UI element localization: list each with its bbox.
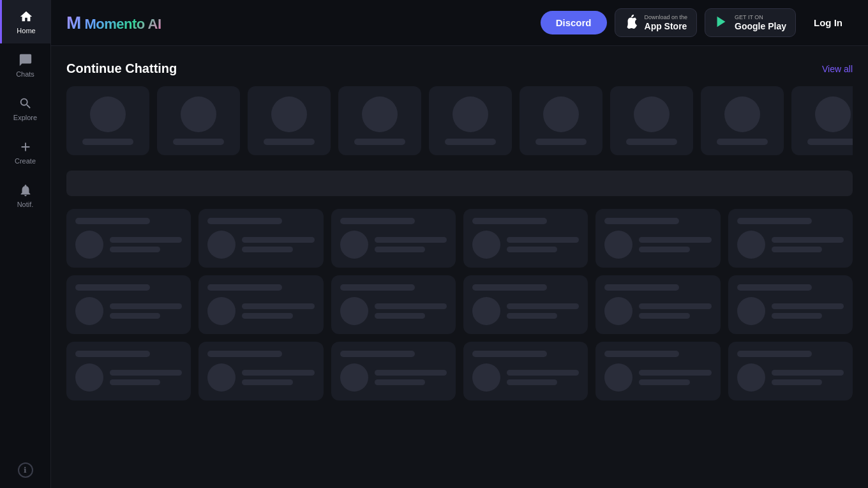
skeleton-line [110, 247, 160, 252]
grid-card-bottom [207, 297, 314, 325]
grid-card-14[interactable] [198, 342, 323, 400]
skeleton-line [639, 313, 689, 319]
skeleton-line [110, 370, 182, 376]
text-lines [507, 303, 579, 319]
avatar [604, 297, 632, 325]
chat-card-7[interactable] [610, 86, 693, 155]
svg-marker-0 [717, 16, 726, 27]
sidebar-item-notif[interactable]: Notif. [0, 174, 50, 217]
chat-card-9[interactable] [791, 86, 853, 155]
avatar [737, 297, 765, 325]
chat-card-4[interactable] [338, 86, 421, 155]
section-title: Continue Chatting [66, 61, 177, 76]
googleplay-large-text: Google Play [735, 21, 786, 32]
skeleton-line [375, 379, 425, 385]
grid-card-12[interactable] [728, 275, 853, 334]
skeleton-top-bar [737, 284, 812, 291]
grid-card-15[interactable] [331, 342, 456, 400]
text-lines [772, 237, 844, 252]
text-lines [375, 237, 447, 252]
skeleton-line [772, 370, 844, 376]
avatar [472, 297, 500, 325]
skeleton-top-bar [604, 284, 679, 291]
sidebar-item-create[interactable]: Create [0, 130, 50, 174]
avatar [604, 363, 632, 392]
skeleton-name [173, 139, 224, 145]
appstore-small-text: Download on the [645, 14, 688, 21]
chat-card-5[interactable] [429, 86, 512, 155]
grid-card-13[interactable] [66, 342, 191, 400]
text-lines [375, 303, 447, 319]
content-area: Continue Chatting View all [51, 46, 868, 488]
skeleton-line [772, 303, 844, 309]
grid-card-bottom [472, 363, 579, 392]
grid-card-bottom [604, 231, 711, 259]
sidebar-item-home[interactable]: Home [0, 0, 50, 43]
skeleton-line [110, 237, 182, 243]
grid-card-3[interactable] [331, 209, 456, 268]
grid-card-1[interactable] [66, 209, 191, 268]
grid-card-18[interactable] [728, 342, 853, 400]
continue-chatting-scroll [66, 86, 853, 155]
grid-card-5[interactable] [595, 209, 720, 268]
text-lines [110, 303, 182, 319]
view-all-link[interactable]: View all [822, 64, 853, 74]
main-content: M Momento AI Discord Download on the App… [51, 0, 868, 488]
skeleton-line [242, 237, 314, 243]
skeleton-line [639, 303, 711, 309]
avatar [207, 231, 236, 259]
grid-card-bottom [604, 363, 711, 392]
grid-card-11[interactable] [595, 275, 720, 334]
login-button[interactable]: Log In [804, 12, 853, 33]
grid-card-17[interactable] [595, 342, 720, 400]
grid-card-9[interactable] [331, 275, 456, 334]
avatar [737, 363, 765, 392]
grid-card-8[interactable] [198, 275, 323, 334]
skeleton-name [82, 139, 133, 145]
grid-card-4[interactable] [463, 209, 588, 268]
grid-card-2[interactable] [198, 209, 323, 268]
skeleton-top-bar [604, 351, 679, 357]
info-icon[interactable]: ℹ [18, 462, 33, 478]
chat-card-3[interactable] [248, 86, 331, 155]
discord-button[interactable]: Discord [541, 11, 607, 34]
avatar [207, 297, 236, 325]
skeleton-line [110, 303, 182, 309]
grid-card-bottom [340, 231, 447, 259]
grid-card-6[interactable] [728, 209, 853, 268]
header-right: Discord Download on the App Store GET IT… [541, 8, 853, 38]
skeleton-name [445, 139, 496, 145]
grid-card-7[interactable] [66, 275, 191, 334]
chat-card-1[interactable] [66, 86, 149, 155]
sidebar-item-chats[interactable]: Chats [0, 43, 50, 87]
appstore-large-text: App Store [645, 21, 688, 32]
appstore-texts: Download on the App Store [645, 14, 688, 32]
skeleton-line [639, 237, 711, 243]
skeleton-line [242, 313, 292, 319]
grid-row-2 [66, 275, 853, 334]
skeleton-line [772, 237, 844, 243]
grid-card-bottom [75, 363, 182, 392]
googleplay-button[interactable]: GET IT ON Google Play [705, 8, 796, 38]
appstore-button[interactable]: Download on the App Store [615, 8, 698, 38]
grid-card-bottom [737, 363, 844, 392]
skeleton-line [507, 370, 579, 376]
skeleton-top-bar [340, 218, 415, 224]
sidebar-item-explore[interactable]: Explore [0, 87, 50, 130]
chat-card-2[interactable] [157, 86, 240, 155]
grid-card-16[interactable] [463, 342, 588, 400]
chat-card-8[interactable] [701, 86, 784, 155]
grid-card-bottom [472, 231, 579, 259]
skeleton-name [807, 139, 853, 145]
avatar [604, 231, 632, 259]
grid-card-10[interactable] [463, 275, 588, 334]
text-lines [772, 303, 844, 319]
sidebar-create-label: Create [15, 157, 36, 165]
text-lines [639, 303, 711, 319]
chat-card-6[interactable] [520, 86, 602, 155]
avatar [472, 231, 500, 259]
skeleton-line [242, 303, 314, 309]
sidebar-chats-label: Chats [16, 70, 34, 78]
skeleton-top-bar [207, 218, 282, 224]
text-lines [639, 237, 711, 252]
